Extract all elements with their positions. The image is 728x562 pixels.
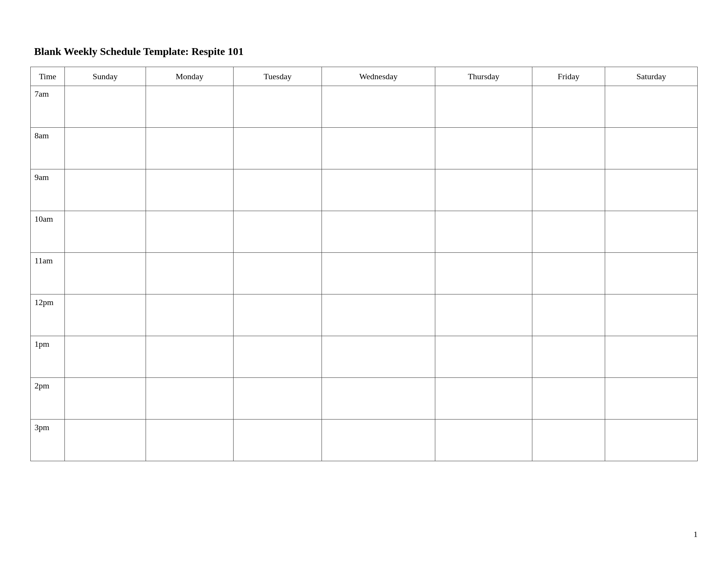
schedule-cell[interactable] bbox=[65, 169, 146, 211]
schedule-cell[interactable] bbox=[532, 336, 605, 378]
schedule-cell[interactable] bbox=[234, 378, 322, 420]
schedule-cell[interactable] bbox=[65, 253, 146, 294]
schedule-cell[interactable] bbox=[146, 378, 234, 420]
time-cell-11am: 11am bbox=[31, 253, 65, 294]
schedule-cell[interactable] bbox=[322, 253, 435, 294]
schedule-cell[interactable] bbox=[532, 128, 605, 169]
day-header-thursday: Thursday bbox=[435, 67, 532, 86]
schedule-cell[interactable] bbox=[234, 294, 322, 336]
schedule-cell[interactable] bbox=[322, 378, 435, 420]
schedule-cell[interactable] bbox=[605, 211, 698, 253]
time-cell-10am: 10am bbox=[31, 211, 65, 253]
schedule-cell[interactable] bbox=[605, 86, 698, 128]
time-cell-2pm: 2pm bbox=[31, 378, 65, 420]
schedule-cell[interactable] bbox=[322, 86, 435, 128]
schedule-cell[interactable] bbox=[322, 294, 435, 336]
schedule-cell[interactable] bbox=[605, 169, 698, 211]
day-header-monday: Monday bbox=[146, 67, 234, 86]
time-cell-8am: 8am bbox=[31, 128, 65, 169]
table-row: 9am bbox=[31, 169, 698, 211]
schedule-cell[interactable] bbox=[65, 336, 146, 378]
schedule-cell[interactable] bbox=[605, 253, 698, 294]
schedule-cell[interactable] bbox=[532, 169, 605, 211]
schedule-cell[interactable] bbox=[532, 294, 605, 336]
schedule-cell[interactable] bbox=[435, 294, 532, 336]
schedule-cell[interactable] bbox=[146, 169, 234, 211]
schedule-cell[interactable] bbox=[234, 336, 322, 378]
schedule-cell[interactable] bbox=[234, 128, 322, 169]
table-row: 10am bbox=[31, 211, 698, 253]
schedule-cell[interactable] bbox=[435, 253, 532, 294]
table-row: 7am bbox=[31, 86, 698, 128]
schedule-cell[interactable] bbox=[435, 378, 532, 420]
page-container: Blank Weekly Schedule Template: Respite … bbox=[0, 0, 728, 492]
schedule-cell[interactable] bbox=[435, 86, 532, 128]
header-row: TimeSundayMondayTuesdayWednesdayThursday… bbox=[31, 67, 698, 86]
table-row: 11am bbox=[31, 253, 698, 294]
schedule-cell[interactable] bbox=[435, 336, 532, 378]
time-cell-12pm: 12pm bbox=[31, 294, 65, 336]
table-row: 8am bbox=[31, 128, 698, 169]
schedule-cell[interactable] bbox=[146, 86, 234, 128]
schedule-cell[interactable] bbox=[234, 211, 322, 253]
schedule-cell[interactable] bbox=[605, 128, 698, 169]
schedule-cell[interactable] bbox=[65, 128, 146, 169]
schedule-cell[interactable] bbox=[605, 420, 698, 461]
schedule-cell[interactable] bbox=[65, 86, 146, 128]
day-header-tuesday: Tuesday bbox=[234, 67, 322, 86]
schedule-cell[interactable] bbox=[234, 420, 322, 461]
schedule-cell[interactable] bbox=[532, 253, 605, 294]
time-cell-7am: 7am bbox=[31, 86, 65, 128]
schedule-cell[interactable] bbox=[532, 420, 605, 461]
schedule-cell[interactable] bbox=[605, 378, 698, 420]
schedule-cell[interactable] bbox=[65, 294, 146, 336]
page-title: Blank Weekly Schedule Template: Respite … bbox=[34, 45, 698, 58]
schedule-cell[interactable] bbox=[435, 169, 532, 211]
schedule-cell[interactable] bbox=[146, 253, 234, 294]
time-header: Time bbox=[31, 67, 65, 86]
day-header-saturday: Saturday bbox=[605, 67, 698, 86]
schedule-cell[interactable] bbox=[435, 128, 532, 169]
schedule-cell[interactable] bbox=[146, 294, 234, 336]
schedule-cell[interactable] bbox=[234, 169, 322, 211]
schedule-cell[interactable] bbox=[146, 420, 234, 461]
table-row: 2pm bbox=[31, 378, 698, 420]
table-row: 3pm bbox=[31, 420, 698, 461]
schedule-cell[interactable] bbox=[65, 211, 146, 253]
table-row: 1pm bbox=[31, 336, 698, 378]
schedule-cell[interactable] bbox=[146, 128, 234, 169]
day-header-friday: Friday bbox=[532, 67, 605, 86]
schedule-cell[interactable] bbox=[65, 420, 146, 461]
schedule-cell[interactable] bbox=[322, 336, 435, 378]
schedule-cell[interactable] bbox=[146, 211, 234, 253]
day-header-wednesday: Wednesday bbox=[322, 67, 435, 86]
time-cell-1pm: 1pm bbox=[31, 336, 65, 378]
schedule-cell[interactable] bbox=[322, 169, 435, 211]
schedule-cell[interactable] bbox=[322, 211, 435, 253]
schedule-cell[interactable] bbox=[234, 86, 322, 128]
table-row: 12pm bbox=[31, 294, 698, 336]
schedule-cell[interactable] bbox=[65, 378, 146, 420]
schedule-cell[interactable] bbox=[435, 211, 532, 253]
schedule-cell[interactable] bbox=[532, 211, 605, 253]
page-number: 1 bbox=[693, 529, 698, 539]
day-header-sunday: Sunday bbox=[65, 67, 146, 86]
schedule-cell[interactable] bbox=[605, 336, 698, 378]
time-cell-9am: 9am bbox=[31, 169, 65, 211]
schedule-cell[interactable] bbox=[435, 420, 532, 461]
schedule-cell[interactable] bbox=[322, 128, 435, 169]
schedule-cell[interactable] bbox=[532, 378, 605, 420]
schedule-cell[interactable] bbox=[322, 420, 435, 461]
schedule-cell[interactable] bbox=[146, 336, 234, 378]
schedule-cell[interactable] bbox=[605, 294, 698, 336]
schedule-table: TimeSundayMondayTuesdayWednesdayThursday… bbox=[30, 67, 698, 461]
time-cell-3pm: 3pm bbox=[31, 420, 65, 461]
schedule-cell[interactable] bbox=[532, 86, 605, 128]
schedule-cell[interactable] bbox=[234, 253, 322, 294]
